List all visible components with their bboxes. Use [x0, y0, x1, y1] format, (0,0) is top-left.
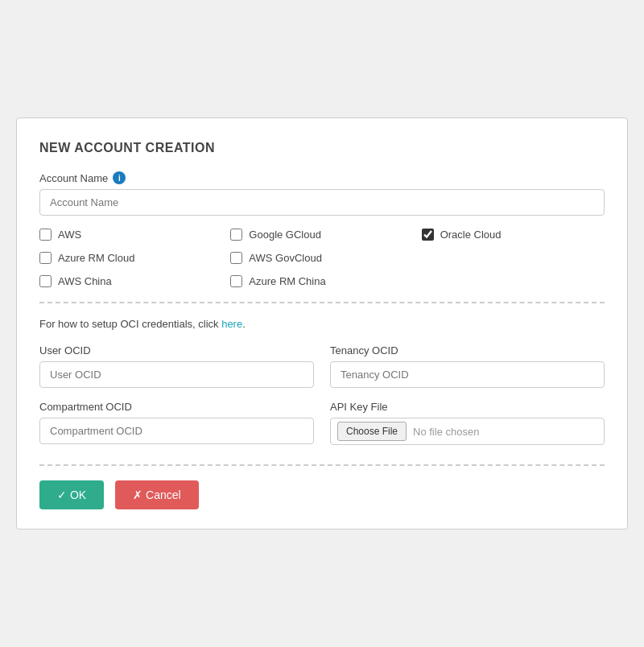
checkbox-awschina[interactable]: AWS China [39, 275, 222, 287]
file-input-wrapper: Choose File No file chosen [330, 418, 605, 445]
compartment-ocid-group: Compartment OCID [39, 401, 314, 445]
tenancy-ocid-input[interactable] [330, 361, 605, 388]
cloud-options-section: AWS Google GCloud Oracle Cloud Azure RM … [39, 229, 605, 287]
checkbox-google[interactable]: Google GCloud [230, 229, 413, 241]
api-key-file-label: API Key File [330, 401, 605, 413]
button-row: ✓ OK ✗ Cancel [39, 480, 605, 509]
compartment-ocid-label: Compartment OCID [39, 401, 314, 413]
checkbox-azurechina-input[interactable] [230, 275, 242, 287]
choose-file-button[interactable]: Choose File [337, 422, 407, 441]
tenancy-ocid-group: Tenancy OCID [330, 344, 605, 388]
tenancy-ocid-label: Tenancy OCID [330, 344, 605, 356]
oci-here-link[interactable]: here [221, 318, 242, 330]
checkbox-azurechina[interactable]: Azure RM China [230, 275, 413, 287]
user-ocid-label: User OCID [39, 344, 314, 356]
compartment-api-fields: Compartment OCID API Key File Choose Fil… [39, 401, 605, 445]
checkbox-awsgov[interactable]: AWS GovCloud [230, 252, 413, 264]
checkbox-oracle[interactable]: Oracle Cloud [422, 229, 605, 241]
new-account-dialog: NEW ACCOUNT CREATION Account Name i AWS … [16, 117, 628, 530]
oci-note: For how to setup OCI credentials, click … [39, 318, 605, 330]
ok-button[interactable]: ✓ OK [39, 480, 104, 509]
divider-2 [39, 464, 605, 466]
account-name-input[interactable] [39, 189, 605, 216]
divider-1 [39, 302, 605, 303]
account-name-section: Account Name i [39, 171, 605, 216]
checkbox-awsgov-input[interactable] [230, 252, 242, 264]
dialog-title: NEW ACCOUNT CREATION [39, 141, 605, 155]
checkbox-google-input[interactable] [230, 229, 242, 241]
api-key-file-group: API Key File Choose File No file chosen [330, 401, 605, 445]
cancel-button[interactable]: ✗ Cancel [115, 480, 198, 509]
checkbox-awschina-input[interactable] [39, 275, 52, 287]
account-name-info-icon[interactable]: i [113, 171, 126, 184]
checkbox-azure[interactable]: Azure RM Cloud [39, 252, 222, 264]
checkbox-aws-input[interactable] [39, 229, 52, 241]
file-name-text: No file chosen [413, 426, 479, 438]
account-name-label: Account Name i [39, 171, 605, 184]
cloud-options-grid: AWS Google GCloud Oracle Cloud Azure RM … [39, 229, 605, 287]
ocid-fields: User OCID Tenancy OCID [39, 344, 605, 388]
user-ocid-group: User OCID [39, 344, 314, 388]
compartment-ocid-input[interactable] [39, 418, 314, 444]
checkbox-aws[interactable]: AWS [39, 229, 222, 241]
checkbox-azure-input[interactable] [39, 252, 52, 264]
user-ocid-input[interactable] [39, 361, 314, 388]
checkbox-oracle-input[interactable] [422, 229, 434, 241]
